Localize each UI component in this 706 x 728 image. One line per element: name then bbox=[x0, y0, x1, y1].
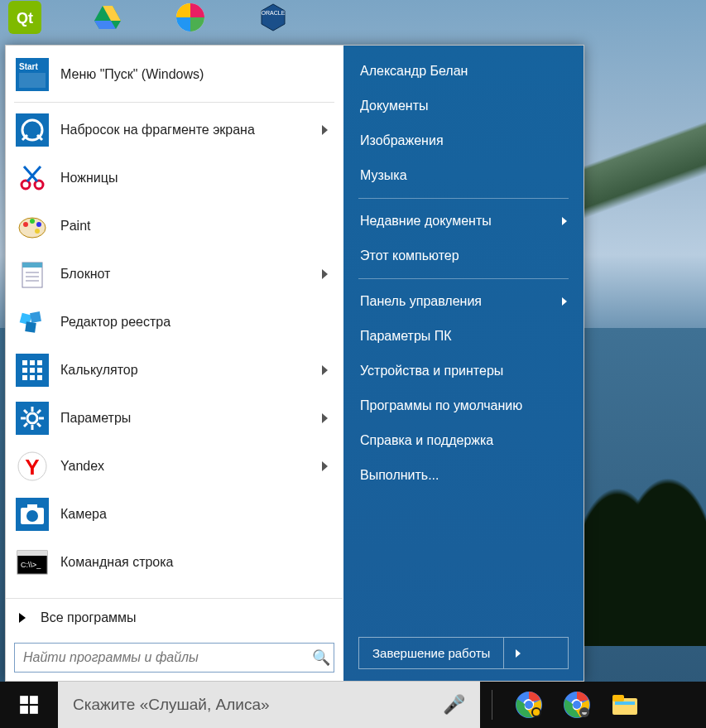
program-label: Меню "Пуск" (Windows) bbox=[60, 67, 333, 82]
svg-rect-58 bbox=[30, 696, 38, 704]
control-panel-link[interactable]: Панель управления bbox=[343, 284, 584, 319]
program-calculator[interactable]: Калькулятор bbox=[11, 346, 338, 394]
snip-sketch-icon bbox=[16, 113, 49, 147]
right-divider bbox=[358, 278, 569, 279]
regedit-icon bbox=[16, 306, 49, 339]
search-icon[interactable]: 🔍 bbox=[309, 648, 334, 667]
submenu-arrow-icon bbox=[322, 269, 328, 279]
link-label: Выполнить... bbox=[360, 468, 439, 483]
search-input[interactable] bbox=[15, 650, 309, 665]
help-support-link[interactable]: Справка и поддержка bbox=[343, 423, 584, 458]
program-regedit[interactable]: Редактор реестра bbox=[11, 298, 338, 346]
devices-printers-link[interactable]: Устройства и принтеры bbox=[343, 354, 584, 388]
notepad-icon bbox=[16, 258, 49, 291]
desktop-icons-row: Qt ORACLE bbox=[8, 0, 290, 35]
start-menu: Start Меню "Пуск" (Windows) Набросок на … bbox=[5, 45, 584, 682]
svg-point-68 bbox=[573, 701, 581, 709]
pc-settings-link[interactable]: Параметры ПК bbox=[343, 319, 584, 354]
svg-text:Qt: Qt bbox=[17, 10, 33, 27]
svg-rect-10 bbox=[19, 73, 46, 88]
link-label: Музыка bbox=[360, 168, 407, 183]
submenu-arrow-icon bbox=[322, 413, 328, 423]
link-label: Документы bbox=[360, 99, 428, 113]
svg-rect-33 bbox=[30, 368, 35, 373]
voice-search-bar[interactable]: Скажите «Слушай, Алиса» 🎤 bbox=[58, 682, 480, 728]
program-cmd[interactable]: C:\\>_ Командная строка bbox=[11, 538, 338, 586]
taskbar-chrome-2[interactable] bbox=[562, 690, 592, 720]
link-label: Этот компьютер bbox=[360, 248, 459, 263]
svg-point-52 bbox=[26, 510, 38, 522]
svg-point-18 bbox=[36, 222, 41, 227]
spacer bbox=[343, 493, 584, 629]
submenu-arrow-icon bbox=[562, 297, 567, 306]
program-settings[interactable]: Параметры bbox=[11, 394, 338, 442]
program-paint[interactable]: Paint bbox=[11, 202, 338, 250]
start-menu-divider bbox=[14, 102, 334, 103]
svg-rect-57 bbox=[20, 696, 28, 704]
start-menu-right-pane: Александр Белан Документы Изображения Му… bbox=[343, 46, 584, 681]
svg-rect-21 bbox=[22, 263, 42, 268]
paint-icon bbox=[16, 210, 49, 243]
this-pc-link[interactable]: Этот компьютер bbox=[343, 239, 584, 273]
svg-rect-55 bbox=[17, 551, 47, 556]
all-programs-arrow-icon bbox=[19, 613, 26, 623]
taskbar-file-explorer[interactable] bbox=[610, 690, 640, 720]
shutdown-label: Завершение работы bbox=[372, 646, 490, 660]
program-snipping-tool[interactable]: Ножницы bbox=[11, 154, 338, 202]
svg-rect-37 bbox=[37, 375, 42, 380]
user-name-link[interactable]: Александр Белан bbox=[343, 54, 584, 89]
recent-docs-link[interactable]: Недавние документы bbox=[343, 204, 584, 239]
shutdown-split-button: Завершение работы bbox=[358, 637, 569, 669]
taskbar-chrome-1[interactable] bbox=[514, 690, 544, 720]
program-snip-sketch[interactable]: Набросок на фрагменте экрана bbox=[11, 106, 338, 154]
program-start-menu-windows[interactable]: Start Меню "Пуск" (Windows) bbox=[11, 51, 338, 99]
camera-icon bbox=[16, 498, 49, 531]
gear-icon bbox=[16, 402, 49, 435]
default-programs-link[interactable]: Программы по умолчанию bbox=[343, 388, 584, 423]
search-row: 🔍 bbox=[6, 636, 343, 681]
music-link[interactable]: Музыка bbox=[343, 158, 584, 193]
svg-rect-27 bbox=[25, 321, 36, 333]
svg-rect-32 bbox=[22, 368, 27, 373]
search-box[interactable]: 🔍 bbox=[14, 643, 334, 673]
link-label: Устройства и принтеры bbox=[360, 364, 503, 378]
link-label: Параметры ПК bbox=[360, 329, 452, 344]
link-label: Программы по умолчанию bbox=[360, 398, 522, 413]
svg-rect-26 bbox=[30, 311, 41, 323]
windows-logo-icon bbox=[18, 694, 40, 716]
start-button[interactable] bbox=[0, 682, 58, 728]
documents-link[interactable]: Документы bbox=[343, 89, 584, 123]
desktop-icon-krita[interactable] bbox=[174, 1, 207, 34]
desktop-icon-drive[interactable] bbox=[91, 1, 124, 34]
shutdown-button[interactable]: Завершение работы bbox=[359, 638, 503, 668]
desktop-icon-qt[interactable]: Qt bbox=[8, 1, 41, 34]
program-notepad[interactable]: Блокнот bbox=[11, 250, 338, 298]
svg-text:Y: Y bbox=[25, 455, 39, 480]
program-label: Yandex bbox=[60, 459, 322, 474]
svg-point-16 bbox=[23, 222, 28, 227]
desktop-icon-virtualbox[interactable]: ORACLE bbox=[257, 1, 290, 34]
program-camera[interactable]: Камера bbox=[11, 490, 338, 538]
pictures-link[interactable]: Изображения bbox=[343, 123, 584, 158]
start-tile-icon: Start bbox=[16, 58, 49, 91]
submenu-arrow-icon bbox=[322, 125, 328, 135]
user-name-label: Александр Белан bbox=[360, 64, 468, 79]
svg-point-63 bbox=[525, 701, 533, 709]
run-link[interactable]: Выполнить... bbox=[343, 458, 584, 493]
program-label: Блокнот bbox=[60, 267, 322, 282]
svg-rect-60 bbox=[30, 706, 38, 714]
shutdown-row: Завершение работы bbox=[343, 629, 584, 681]
svg-rect-34 bbox=[37, 368, 42, 373]
voice-search-text: Скажите «Слушай, Алиса» bbox=[73, 696, 270, 714]
taskbar-pinned-apps bbox=[504, 682, 706, 728]
program-yandex[interactable]: Y Yandex bbox=[11, 442, 338, 490]
svg-rect-72 bbox=[615, 701, 635, 705]
start-menu-program-list: Start Меню "Пуск" (Windows) Набросок на … bbox=[6, 46, 343, 598]
all-programs-button[interactable]: Все программы bbox=[6, 598, 343, 636]
shutdown-options-button[interactable] bbox=[503, 638, 531, 668]
program-label: Редактор реестра bbox=[60, 315, 333, 330]
start-menu-left-pane: Start Меню "Пуск" (Windows) Набросок на … bbox=[6, 46, 343, 681]
microphone-icon[interactable]: 🎤 bbox=[443, 694, 465, 716]
svg-text:C:\\>_: C:\\>_ bbox=[21, 561, 41, 569]
svg-point-19 bbox=[35, 229, 40, 234]
